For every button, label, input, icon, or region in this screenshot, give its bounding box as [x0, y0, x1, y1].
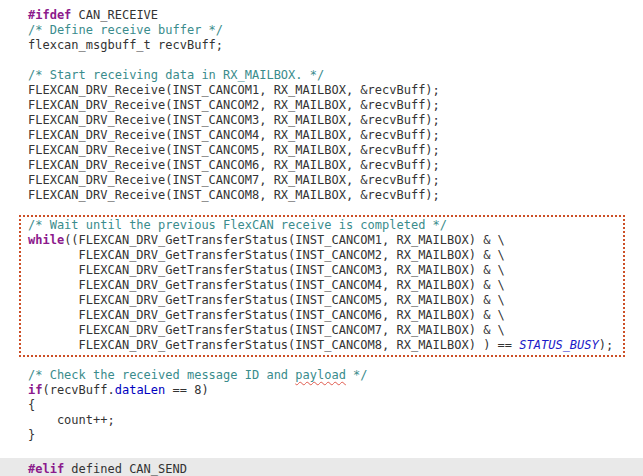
code-token: while	[28, 233, 64, 247]
code-line: FLEXCAN_DRV_Receive(INST_CANCOM3, RX_MAI…	[0, 113, 643, 128]
code-token: FLEXCAN_DRV_GetTransferStatus(INST_CANCO…	[28, 263, 505, 277]
code-line: /* Start receiving data in RX_MAILBOX. *…	[0, 68, 643, 83]
code-line: /* Wait until the previous FlexCAN recei…	[0, 218, 643, 233]
code-line: count++;	[0, 413, 643, 428]
code-line: FLEXCAN_DRV_Receive(INST_CANCOM4, RX_MAI…	[0, 128, 643, 143]
code-line: flexcan_msgbuff_t recvBuff;	[0, 38, 643, 53]
code-token: FLEXCAN_DRV_Receive(INST_CANCOM8, RX_MAI…	[28, 188, 440, 202]
code-line: /* Define receive buffer */	[0, 23, 643, 38]
code-token: FLEXCAN_DRV_Receive(INST_CANCOM5, RX_MAI…	[28, 143, 440, 157]
code-line: FLEXCAN_DRV_Receive(INST_CANCOM2, RX_MAI…	[0, 98, 643, 113]
code-token: */	[346, 368, 368, 382]
code-block: #ifdef CAN_RECEIVE/* Define receive buff…	[0, 0, 643, 476]
code-line: FLEXCAN_DRV_GetTransferStatus(INST_CANCO…	[0, 248, 643, 263]
code-token: (recvBuff.	[42, 383, 114, 397]
code-token: FLEXCAN_DRV_GetTransferStatus(INST_CANCO…	[28, 278, 505, 292]
code-line: FLEXCAN_DRV_Receive(INST_CANCOM5, RX_MAI…	[0, 143, 643, 158]
code-line	[0, 203, 643, 218]
code-line: FLEXCAN_DRV_Receive(INST_CANCOM6, RX_MAI…	[0, 158, 643, 173]
code-token: /* Check the received message ID and	[28, 368, 295, 382]
code-line: FLEXCAN_DRV_GetTransferStatus(INST_CANCO…	[0, 263, 643, 278]
code-token: /* Start receiving data in RX_MAILBOX. *…	[28, 68, 324, 82]
code-token: count++;	[28, 413, 115, 427]
code-line-preprocessor-band: #elif defined CAN_SEND	[0, 458, 643, 476]
code-token: FLEXCAN_DRV_Receive(INST_CANCOM6, RX_MAI…	[28, 158, 440, 172]
code-token: FLEXCAN_DRV_Receive(INST_CANCOM7, RX_MAI…	[28, 173, 440, 187]
code-token: FLEXCAN_DRV_GetTransferStatus(INST_CANCO…	[28, 293, 505, 307]
code-line: }	[0, 428, 643, 443]
code-line: {	[0, 398, 643, 413]
code-token: flexcan_msgbuff_t recvBuff;	[28, 38, 223, 52]
code-token: FLEXCAN_DRV_Receive(INST_CANCOM1, RX_MAI…	[28, 83, 440, 97]
code-line: FLEXCAN_DRV_GetTransferStatus(INST_CANCO…	[0, 308, 643, 323]
code-line: if(recvBuff.dataLen == 8)	[0, 383, 643, 398]
code-line: while((FLEXCAN_DRV_GetTransferStatus(INS…	[0, 233, 643, 248]
code-token: }	[28, 428, 35, 442]
code-token: payload	[295, 368, 346, 382]
code-token: STATUS_BUSY	[519, 338, 598, 352]
code-token: defined CAN_SEND	[64, 462, 187, 476]
code-line: #ifdef CAN_RECEIVE	[0, 8, 643, 23]
code-line: FLEXCAN_DRV_Receive(INST_CANCOM8, RX_MAI…	[0, 188, 643, 203]
code-token: FLEXCAN_DRV_GetTransferStatus(INST_CANCO…	[28, 338, 519, 352]
code-token: /* Define receive buffer */	[28, 23, 223, 37]
code-token: #ifdef	[28, 8, 71, 22]
code-line	[0, 53, 643, 68]
code-token: dataLen	[115, 383, 166, 397]
code-token: FLEXCAN_DRV_Receive(INST_CANCOM2, RX_MAI…	[28, 98, 440, 112]
code-token: CAN_RECEIVE	[71, 8, 158, 22]
code-token: {	[28, 398, 35, 412]
code-token: FLEXCAN_DRV_GetTransferStatus(INST_CANCO…	[28, 323, 505, 337]
code-line: /* Check the received message ID and pay…	[0, 368, 643, 383]
code-line: FLEXCAN_DRV_Receive(INST_CANCOM7, RX_MAI…	[0, 173, 643, 188]
code-token: ((FLEXCAN_DRV_GetTransferStatus(INST_CAN…	[64, 233, 505, 247]
code-line	[0, 353, 643, 368]
code-token: FLEXCAN_DRV_Receive(INST_CANCOM4, RX_MAI…	[28, 128, 440, 142]
code-token: /* Wait until the previous FlexCAN recei…	[28, 218, 447, 232]
code-line: FLEXCAN_DRV_GetTransferStatus(INST_CANCO…	[0, 323, 643, 338]
code-line	[0, 443, 643, 458]
code-snippet-page: #ifdef CAN_RECEIVE/* Define receive buff…	[0, 0, 643, 476]
code-token: if	[28, 383, 42, 397]
code-token: FLEXCAN_DRV_GetTransferStatus(INST_CANCO…	[28, 308, 505, 322]
code-token: );	[599, 338, 613, 352]
code-token: FLEXCAN_DRV_GetTransferStatus(INST_CANCO…	[28, 248, 505, 262]
code-token: == 8)	[165, 383, 208, 397]
code-token: FLEXCAN_DRV_Receive(INST_CANCOM3, RX_MAI…	[28, 113, 440, 127]
code-token: #elif	[28, 462, 64, 476]
code-line: FLEXCAN_DRV_GetTransferStatus(INST_CANCO…	[0, 278, 643, 293]
code-line: FLEXCAN_DRV_GetTransferStatus(INST_CANCO…	[0, 338, 643, 353]
code-line: FLEXCAN_DRV_Receive(INST_CANCOM1, RX_MAI…	[0, 83, 643, 98]
code-line: FLEXCAN_DRV_GetTransferStatus(INST_CANCO…	[0, 293, 643, 308]
